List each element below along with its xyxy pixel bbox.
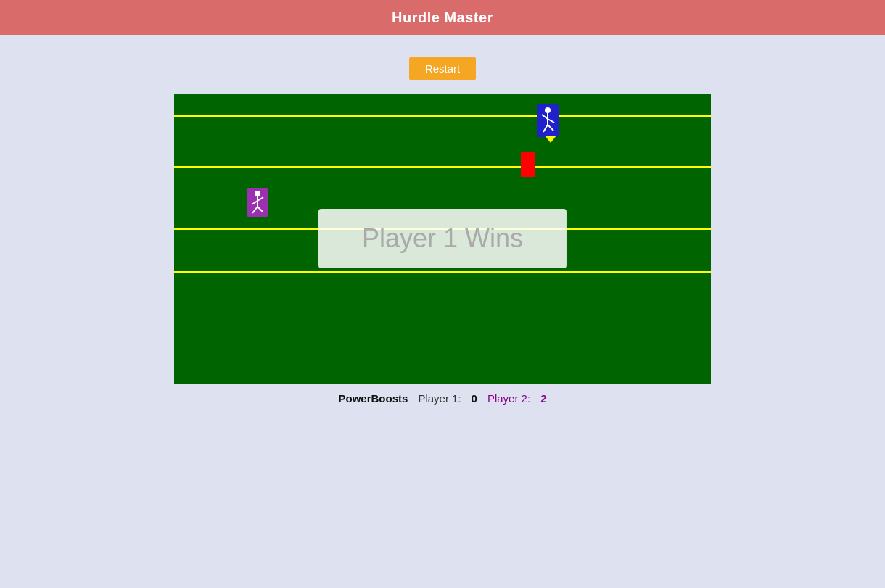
- hurdle-2: [566, 166, 606, 168]
- win-overlay: Player 1 Wins: [318, 209, 567, 268]
- svg-point-8: [545, 107, 551, 113]
- player2: [537, 104, 559, 137]
- win-message: Player 1 Wins: [362, 223, 523, 253]
- hurdle-5: [559, 271, 598, 273]
- red-obstacle: [521, 152, 535, 177]
- lane-line-1: [174, 115, 711, 117]
- restart-button[interactable]: Restart: [409, 57, 476, 80]
- hurdle-4: [281, 271, 325, 273]
- hurdle-1: [566, 115, 606, 117]
- game-canvas: Player 1 Wins: [174, 94, 711, 384]
- header: Hurdle Master: [0, 0, 885, 35]
- powerboosts-label: PowerBoosts: [339, 392, 408, 405]
- player2-powerboost-label: Player 2:: [487, 392, 530, 405]
- player1-powerboost-label: Player 1:: [418, 392, 461, 405]
- lane-line-2: [174, 166, 711, 168]
- player2-direction-arrow: [545, 136, 556, 143]
- lane-line-4: [174, 271, 711, 273]
- powerboosts-bar: PowerBoosts Player 1: 0 Player 2: 2: [339, 392, 547, 405]
- app-title: Hurdle Master: [392, 9, 493, 26]
- player1: [247, 188, 268, 217]
- player2-powerboost-score: 2: [540, 392, 546, 405]
- svg-point-1: [255, 191, 260, 196]
- player1-powerboost-score: 0: [472, 392, 477, 405]
- main-content: Restart: [0, 35, 885, 588]
- hurdle-3: [174, 271, 214, 273]
